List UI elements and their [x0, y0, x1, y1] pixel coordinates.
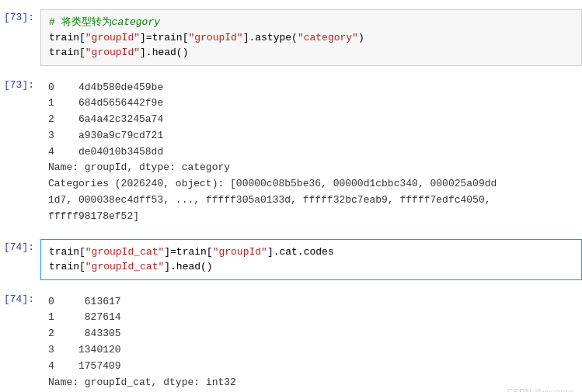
cell-74-output: [74]: 0 613617 1 827614 2 843305 3 13401…	[0, 288, 582, 392]
output-line-4: 3 a930a9c79cd721	[48, 128, 574, 144]
cell-74-input: [74]: train["groupId_cat"]=train["groupI…	[0, 236, 582, 283]
cell-73-output: [73]: 0 4d4b580de459be 1 684d5656442f9e …	[0, 74, 582, 231]
cell-73-input: [73]: # 将类型转为category train["groupId"]=t…	[0, 6, 582, 69]
output-line-7: Categories (2026240, object): [00000c08b…	[48, 176, 574, 193]
code-line-1: # 将类型转为category	[49, 15, 573, 30]
output-line-10: 0 613617	[48, 294, 574, 310]
output-line-13: 3 1340120	[48, 342, 574, 359]
cell-73-output-label: [73]:	[0, 77, 40, 228]
output-line-14: 4 1757409	[48, 359, 574, 375]
cell-74-input-label: [74]:	[0, 239, 40, 280]
cell-74-output-content: 0 613617 1 827614 2 843305 3 1340120 4 1…	[40, 291, 582, 392]
code-line-2: train["groupId"]=train["groupId"].astype…	[49, 30, 573, 46]
cell-73-input-label: [73]:	[0, 9, 40, 66]
output-line-2: 1 684d5656442f9e	[48, 95, 574, 112]
code-line-3: train["groupId"].head()	[49, 45, 573, 61]
output-line-3: 2 6a4a42c3245a74	[48, 112, 574, 128]
code-line-5: train["groupId_cat"].head()	[49, 259, 573, 275]
output-line-8: 1d7, 000038ec4dff53, ..., fffff305a0133d…	[48, 193, 574, 209]
output-line-9: fffff98178ef52]	[48, 209, 574, 225]
cell-74-output-label: [74]:	[0, 291, 40, 392]
output-line-15: Name: groupId_cat, dtype: int32	[48, 375, 574, 391]
output-line-6: Name: groupId, dtype: category	[48, 160, 574, 176]
watermark: CSDN @yyuanse	[507, 387, 574, 392]
code-line-4: train["groupId_cat"]=train["groupId"].ca…	[49, 245, 573, 260]
output-line-12: 2 843305	[48, 326, 574, 342]
output-line-5: 4 de04010b3458dd	[48, 144, 574, 161]
output-line-11: 1 827614	[48, 310, 574, 326]
cell-73-output-content: 0 4d4b580de459be 1 684d5656442f9e 2 6a4a…	[40, 77, 582, 228]
output-line-1: 0 4d4b580de459be	[48, 80, 574, 96]
cell-74-input-code[interactable]: train["groupId_cat"]=train["groupId"].ca…	[40, 239, 582, 280]
cell-73-input-code[interactable]: # 将类型转为category train["groupId"]=train["…	[40, 9, 582, 66]
